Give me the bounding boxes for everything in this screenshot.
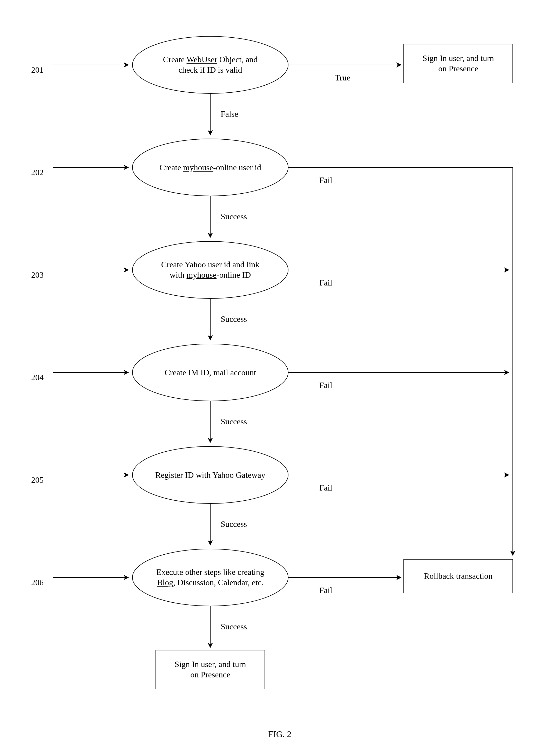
node-register-gateway-text: Register ID with Yahoo Gateway bbox=[155, 470, 265, 479]
node-create-webuser bbox=[133, 36, 288, 94]
node-execute-other-l1: Execute other steps like creating bbox=[156, 567, 264, 577]
ref-204: 204 bbox=[31, 373, 44, 382]
node-create-im-text: Create IM ID, mail account bbox=[165, 368, 256, 377]
figure-caption: FIG. 2 bbox=[268, 729, 292, 739]
label-fail-202: Fail bbox=[319, 176, 332, 185]
node-execute-other-l2: Blog, Discussion, Calendar, etc. bbox=[157, 578, 263, 587]
node-create-myhouse-text: Create myhouse-online user id bbox=[159, 163, 261, 172]
node-signin-bottom bbox=[156, 650, 265, 689]
ref-205: 205 bbox=[31, 475, 44, 485]
node-signin-top-l2: on Presence bbox=[438, 64, 478, 73]
label-success-204: Success bbox=[221, 417, 247, 426]
ref-202: 202 bbox=[31, 168, 44, 177]
node-signin-top bbox=[404, 44, 513, 83]
node-signin-bottom-l2: on Presence bbox=[190, 670, 230, 679]
node-execute-other bbox=[133, 549, 288, 606]
node-signin-top-l1: Sign In user, and turn bbox=[422, 54, 494, 63]
label-fail-206: Fail bbox=[319, 586, 332, 595]
node-create-webuser-text-l1: Create WebUser Object, and bbox=[163, 55, 258, 64]
label-success-203: Success bbox=[221, 314, 247, 324]
label-false: False bbox=[221, 109, 238, 119]
ref-206: 206 bbox=[31, 578, 44, 587]
node-signin-bottom-l1: Sign In user, and turn bbox=[175, 659, 246, 669]
node-create-yahoo bbox=[133, 241, 288, 299]
ref-203: 203 bbox=[31, 270, 44, 280]
node-create-yahoo-l2: with myhouse-online ID bbox=[170, 270, 251, 280]
label-success-206: Success bbox=[221, 622, 247, 631]
label-fail-205: Fail bbox=[319, 483, 332, 492]
node-create-webuser-text-l2: check if ID is valid bbox=[178, 65, 242, 75]
label-success-205: Success bbox=[221, 519, 247, 529]
node-create-yahoo-l1: Create Yahoo user id and link bbox=[161, 260, 260, 269]
label-success-202: Success bbox=[221, 212, 247, 221]
node-rollback-text: Rollback transaction bbox=[424, 571, 493, 580]
ref-201: 201 bbox=[31, 65, 44, 75]
label-fail-204: Fail bbox=[319, 381, 332, 390]
label-true: True bbox=[335, 73, 350, 82]
flowchart-diagram: 201 Create WebUser Object, and check if … bbox=[0, 0, 560, 755]
label-fail-203: Fail bbox=[319, 278, 332, 287]
